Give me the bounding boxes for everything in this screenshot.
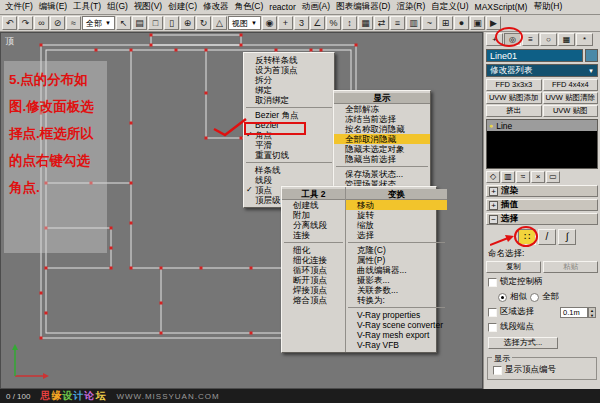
menu-bar-item[interactable]: 渲染(R) xyxy=(393,0,428,14)
menu-bar-item[interactable]: 图表编辑器(D) xyxy=(333,0,393,14)
pin-stack-icon[interactable]: ◇ xyxy=(486,171,500,183)
menu-item[interactable]: 附加 xyxy=(282,210,345,220)
remove-modifier-icon[interactable]: × xyxy=(531,171,545,183)
motion-tab-icon[interactable]: ○ xyxy=(540,33,557,46)
similar-radio[interactable] xyxy=(498,293,507,302)
menu-item[interactable]: 选择 xyxy=(346,230,447,240)
select-and-rotate-icon[interactable]: ↻ xyxy=(196,16,211,30)
select-and-manipulate-icon[interactable]: + xyxy=(278,16,293,30)
make-unique-icon[interactable]: ≈ xyxy=(516,171,530,183)
modifier-button-uvw-map[interactable]: UVW 贴图 xyxy=(543,105,599,117)
menu-item[interactable]: 细化 xyxy=(282,245,345,255)
window-crossing-icon[interactable]: ▯ xyxy=(164,16,179,30)
curve-editor-icon[interactable]: ~ xyxy=(422,16,437,30)
menu-bar-item[interactable]: 文件(F) xyxy=(2,0,36,14)
selection-filter-dropdown[interactable]: 全部▼ xyxy=(82,16,115,30)
rollout-interpolation[interactable]: + 插值 xyxy=(486,199,598,211)
lock-handles-checkbox[interactable] xyxy=(488,278,497,287)
stack-item[interactable]: ●Line xyxy=(487,120,597,131)
menu-item[interactable]: 平滑 xyxy=(244,140,334,150)
select-object-icon[interactable]: ↖ xyxy=(116,16,131,30)
use-pivot-point-icon[interactable]: ◉ xyxy=(262,16,277,30)
area-threshold-input[interactable]: 0.1m xyxy=(560,307,588,318)
menu-item[interactable]: 旋转 xyxy=(346,210,447,220)
configure-modifier-sets-icon[interactable]: ▭ xyxy=(546,171,560,183)
display-tab-icon[interactable]: ▦ xyxy=(558,33,575,46)
menu-bar-item[interactable]: 动画(A) xyxy=(299,0,333,14)
material-editor-icon[interactable]: ● xyxy=(454,16,469,30)
modifier-button-ffd4x4x4[interactable]: FFD 4x4x4 xyxy=(543,79,599,91)
segment-end-checkbox[interactable] xyxy=(488,323,497,332)
lightbulb-icon[interactable]: ● xyxy=(489,122,493,129)
show-vertex-numbers-checkbox[interactable] xyxy=(493,366,502,375)
menu-item[interactable]: 样条线 xyxy=(244,165,334,175)
menu-bar-item[interactable]: reactor xyxy=(266,1,298,13)
percent-snap-icon[interactable]: % xyxy=(326,16,341,30)
modifier-button-extrude[interactable]: 挤出 xyxy=(486,105,542,117)
menu-item[interactable]: 取消绑定 xyxy=(244,95,334,105)
render-last-icon[interactable]: ▶ xyxy=(486,16,501,30)
reference-coordinate-system-dropdown[interactable]: 视图▼ xyxy=(228,16,261,30)
viewport-label[interactable]: 顶 xyxy=(5,35,14,48)
hierarchy-tab-icon[interactable]: ≡ xyxy=(522,33,539,46)
render-setup-icon[interactable]: ▣ xyxy=(470,16,485,30)
spinner-arrows[interactable]: ▲▼ xyxy=(588,307,596,318)
modifier-button-uvw-add[interactable]: UVW 贴图添加 xyxy=(486,92,542,104)
modifier-button-ffd3x3x3[interactable]: FFD 3x3x3 xyxy=(486,79,542,91)
menu-item[interactable]: 保存场景状态... xyxy=(334,169,430,179)
select-and-move-icon[interactable]: ⊕ xyxy=(180,16,195,30)
paste-button[interactable]: 粘贴 xyxy=(543,261,598,273)
align-icon[interactable]: ≡ xyxy=(390,16,405,30)
menu-bar-item[interactable]: 创建(C) xyxy=(165,0,200,14)
selection-region-icon[interactable]: □ xyxy=(148,16,163,30)
mirror-icon[interactable]: ⇄ xyxy=(374,16,389,30)
menu-item[interactable]: 细化连接 xyxy=(282,255,345,265)
layer-manager-icon[interactable]: ▥ xyxy=(406,16,421,30)
menu-item[interactable]: 创建线 xyxy=(282,200,345,210)
spinner-snap-icon[interactable]: ↕ xyxy=(342,16,357,30)
menu-item[interactable]: 关联参数... xyxy=(346,285,447,295)
menu-item[interactable]: V-Ray properties xyxy=(346,310,447,320)
utilities-tab-icon[interactable]: * xyxy=(576,33,593,46)
menu-item[interactable]: 全部解冻 xyxy=(334,104,430,114)
menu-bar-item[interactable]: 修改器 xyxy=(200,0,232,14)
show-end-result-icon[interactable]: ▥ xyxy=(501,171,515,183)
menu-item[interactable]: 焊接顶点 xyxy=(282,285,345,295)
menu-item[interactable]: 全部取消隐藏 xyxy=(334,134,430,144)
spline-icon[interactable]: ∫ xyxy=(558,229,576,245)
bind-to-space-warp-icon[interactable]: ≈ xyxy=(66,16,81,30)
modifier-button-uvw-clear[interactable]: UVW 贴图清除 xyxy=(543,92,599,104)
menu-bar-item[interactable]: 角色(C) xyxy=(232,0,267,14)
modifier-list-dropdown[interactable]: 修改器列表 ▼ xyxy=(486,64,598,77)
select-and-link-icon[interactable]: ∞ xyxy=(34,16,49,30)
menu-item[interactable]: 转换为: xyxy=(346,295,447,305)
redo-icon[interactable]: ↷ xyxy=(18,16,33,30)
menu-item[interactable]: Bezier 角点 xyxy=(244,110,334,120)
menu-item[interactable]: 隐藏当前选择 xyxy=(334,154,430,164)
area-selection-checkbox[interactable] xyxy=(488,308,497,317)
menu-item[interactable]: 冻结当前选择 xyxy=(334,114,430,124)
menu-item[interactable]: V-Ray mesh export xyxy=(346,330,447,340)
menu-item[interactable]: 绑定 xyxy=(244,85,334,95)
menu-item[interactable]: 反转样条线 xyxy=(244,55,334,65)
menu-bar-item[interactable]: 视图(V) xyxy=(131,0,165,14)
object-color-swatch[interactable] xyxy=(585,49,598,62)
named-selection-sets-icon[interactable]: ▦ xyxy=(358,16,373,30)
unlink-selection-icon[interactable]: ⊘ xyxy=(50,16,65,30)
menu-item[interactable]: 连接 xyxy=(282,230,345,240)
select-by-button[interactable]: 选择方式... xyxy=(488,337,558,349)
menu-item[interactable]: 分离线段 xyxy=(282,220,345,230)
select-by-name-icon[interactable]: ▤ xyxy=(132,16,147,30)
menu-item[interactable]: 移动 xyxy=(346,200,447,210)
schematic-view-icon[interactable]: ⊞ xyxy=(438,16,453,30)
menu-bar-item[interactable]: 工具(T) xyxy=(70,0,104,14)
menu-bar-item[interactable]: MAXScript(M) xyxy=(472,1,531,13)
menu-bar-item[interactable]: 自定义(U) xyxy=(428,0,471,14)
menu-item[interactable]: 设为首顶点 xyxy=(244,65,334,75)
menu-item[interactable]: 属性(P) xyxy=(346,255,447,265)
menu-item[interactable]: V-Ray scene converter xyxy=(346,320,447,330)
menu-item[interactable]: 按名称取消隐藏 xyxy=(334,124,430,134)
menu-item[interactable]: 重置切线 xyxy=(244,150,334,160)
menu-item[interactable]: 缩放 xyxy=(346,220,447,230)
menu-item[interactable]: 克隆(C) xyxy=(346,245,447,255)
